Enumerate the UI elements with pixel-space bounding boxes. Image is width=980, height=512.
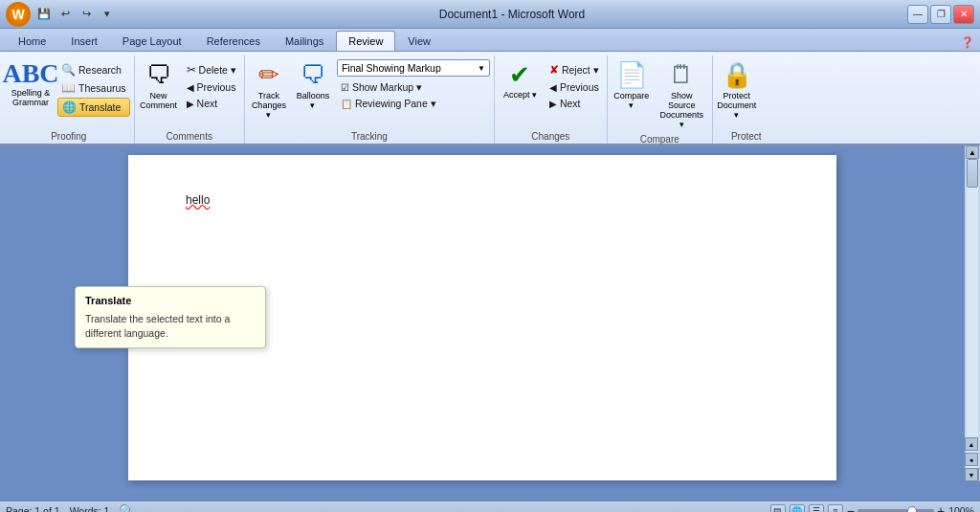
customize-button[interactable]: ▾ bbox=[98, 5, 117, 24]
zoom-minus[interactable]: − bbox=[847, 503, 855, 513]
prev-change-label: Previous bbox=[560, 81, 599, 93]
zoom-slider[interactable]: − + bbox=[847, 503, 945, 513]
changes-small-btns: ✘ Reject ▾ ◀ Previous ▶ Next bbox=[546, 57, 603, 111]
research-label: Research bbox=[78, 64, 122, 76]
compare-button[interactable]: 📄 Compare ▾ bbox=[612, 57, 652, 113]
proofing-icon[interactable]: 🔍 bbox=[119, 503, 135, 513]
accept-label: Accept ▾ bbox=[503, 90, 537, 100]
zoom-track[interactable] bbox=[858, 509, 934, 513]
markup-dropdown[interactable]: Final Showing Markup ▼ bbox=[337, 59, 490, 77]
compare-group-label: Compare bbox=[612, 132, 708, 146]
tab-view[interactable]: View bbox=[395, 31, 443, 51]
previous-change-button[interactable]: ◀ Previous bbox=[546, 79, 603, 95]
delete-comment-button[interactable]: ✂ Delete ▾ bbox=[183, 61, 240, 78]
show-source-button[interactable]: 🗒 Show SourceDocuments ▾ bbox=[656, 57, 708, 132]
ribbon: ABC Spelling &Grammar 🔍 Research 📖 Thesa… bbox=[0, 52, 980, 145]
group-compare: 📄 Compare ▾ 🗒 Show SourceDocuments ▾ Com… bbox=[608, 56, 713, 144]
tab-insert[interactable]: Insert bbox=[58, 31, 110, 51]
vertical-scrollbar[interactable]: ▲ ▼ bbox=[965, 145, 980, 481]
scroll-thumb[interactable] bbox=[967, 159, 978, 188]
next-change-button[interactable]: ▶ Next bbox=[546, 96, 603, 111]
zoom-plus[interactable]: + bbox=[937, 503, 945, 513]
close-button[interactable]: ✕ bbox=[953, 5, 974, 24]
tab-references[interactable]: References bbox=[194, 31, 273, 51]
delete-icon: ✂ bbox=[187, 63, 196, 77]
comments-content: 🗨 NewComment ✂ Delete ▾ ◀ Previous ▶ Nex… bbox=[139, 57, 240, 129]
group-tracking: ✏ TrackChanges ▾ 🗨 Balloons ▾ Final Show… bbox=[245, 56, 495, 144]
track-changes-button[interactable]: ✏ TrackChanges ▾ bbox=[249, 57, 289, 122]
view-normal-button[interactable]: ▤ bbox=[770, 504, 786, 513]
translate-button[interactable]: 🌐 Translate bbox=[57, 98, 130, 117]
tooltip: Translate Translate the selected text in… bbox=[75, 286, 266, 348]
accept-button[interactable]: ✔ Accept ▾ bbox=[499, 57, 542, 102]
compare-icon: 📄 bbox=[616, 60, 647, 90]
protect-icon: 🔒 bbox=[722, 60, 752, 90]
reviewing-pane-icon: 📋 bbox=[341, 99, 352, 109]
undo-button[interactable]: ↩ bbox=[56, 5, 75, 24]
changes-content: ✔ Accept ▾ ✘ Reject ▾ ◀ Previous ▶ Next bbox=[499, 57, 603, 129]
reviewing-pane-label: Reviewing Pane ▾ bbox=[355, 98, 436, 109]
quick-access-toolbar: 💾 ↩ ↪ ▾ bbox=[34, 5, 117, 24]
proofing-group-label: Proofing bbox=[8, 129, 130, 144]
redo-button[interactable]: ↪ bbox=[77, 5, 96, 24]
view-draft-button[interactable]: ≡ bbox=[828, 504, 843, 513]
thesaurus-label: Thesaurus bbox=[78, 82, 126, 94]
research-button[interactable]: 🔍 Research bbox=[57, 61, 130, 78]
prev-change-icon: ◀ bbox=[549, 82, 557, 93]
reviewing-pane-button[interactable]: 📋 Reviewing Pane ▾ bbox=[337, 96, 490, 111]
next-change-label: Next bbox=[560, 98, 581, 109]
scroll-extras: ▲ ● ▼ bbox=[965, 437, 980, 481]
previous-comment-button[interactable]: ◀ Previous bbox=[183, 79, 240, 95]
next-change-icon: ▶ bbox=[549, 99, 557, 109]
thesaurus-button[interactable]: 📖 Thesaurus bbox=[57, 79, 130, 97]
zoom-thumb[interactable] bbox=[907, 506, 917, 513]
scroll-select-browse[interactable]: ● bbox=[965, 453, 978, 466]
help-button[interactable]: ❓ bbox=[955, 34, 980, 51]
scroll-next-page[interactable]: ▼ bbox=[965, 468, 978, 481]
document-text[interactable]: hello bbox=[186, 193, 210, 207]
scroll-up-button[interactable]: ▲ bbox=[966, 145, 979, 159]
next-comment-button[interactable]: ▶ Next bbox=[183, 96, 240, 111]
accept-icon: ✔ bbox=[509, 60, 530, 90]
minimize-button[interactable]: — bbox=[907, 5, 928, 24]
compare-label: Compare ▾ bbox=[613, 91, 649, 110]
maximize-button[interactable]: ❐ bbox=[930, 5, 951, 24]
office-button[interactable]: W bbox=[6, 2, 31, 27]
protect-document-button[interactable]: 🔒 ProtectDocument ▾ bbox=[717, 57, 757, 122]
prev-comment-icon: ◀ bbox=[187, 82, 194, 93]
comments-group-label: Comments bbox=[139, 129, 240, 144]
next-comment-icon: ▶ bbox=[187, 99, 194, 109]
spelling-grammar-button[interactable]: ABC Spelling &Grammar bbox=[8, 57, 54, 110]
group-changes: ✔ Accept ▾ ✘ Reject ▾ ◀ Previous ▶ Next … bbox=[495, 56, 608, 144]
tab-mailings[interactable]: Mailings bbox=[273, 31, 336, 51]
new-comment-button[interactable]: 🗨 NewComment bbox=[139, 57, 179, 113]
view-web-button[interactable]: 🌐 bbox=[790, 504, 805, 513]
next-comment-label: Next bbox=[197, 98, 218, 109]
scroll-prev-page[interactable]: ▲ bbox=[965, 437, 978, 451]
reject-icon: ✘ bbox=[549, 63, 559, 77]
tab-review[interactable]: Review bbox=[336, 31, 395, 51]
tooltip-text: Translate the selected text into a diffe… bbox=[85, 312, 256, 340]
zoom-level: 100% bbox=[948, 505, 974, 513]
tracking-group-label: Tracking bbox=[249, 129, 490, 144]
save-button[interactable]: 💾 bbox=[34, 5, 54, 24]
research-icon: 🔍 bbox=[61, 63, 76, 77]
view-outline-button[interactable]: ☰ bbox=[809, 504, 824, 513]
protect-content: 🔒 ProtectDocument ▾ bbox=[717, 57, 776, 129]
tab-page-layout[interactable]: Page Layout bbox=[110, 31, 194, 51]
scroll-track[interactable] bbox=[967, 159, 978, 468]
balloons-button[interactable]: 🗨 Balloons ▾ bbox=[293, 57, 333, 113]
markup-dropdown-arrow: ▼ bbox=[478, 64, 485, 73]
translate-label: Translate bbox=[79, 101, 121, 113]
tab-home[interactable]: Home bbox=[6, 31, 58, 51]
protect-group-label: Protect bbox=[717, 129, 776, 144]
compare-content: 📄 Compare ▾ 🗒 Show SourceDocuments ▾ bbox=[612, 57, 708, 132]
document-area: Translate Translate the selected text in… bbox=[0, 145, 980, 501]
prev-comment-label: Previous bbox=[197, 81, 236, 93]
status-bar: Page: 1 of 1 Words: 1 🔍 ▤ 🌐 ☰ ≡ − + 100% bbox=[0, 501, 980, 512]
reject-button[interactable]: ✘ Reject ▾ bbox=[546, 61, 603, 78]
delete-label: Delete ▾ bbox=[199, 64, 236, 76]
group-comments: 🗨 NewComment ✂ Delete ▾ ◀ Previous ▶ Nex… bbox=[135, 56, 245, 144]
show-source-label: Show SourceDocuments ▾ bbox=[660, 91, 704, 129]
show-markup-button[interactable]: ☑ Show Markup ▾ bbox=[337, 79, 490, 95]
